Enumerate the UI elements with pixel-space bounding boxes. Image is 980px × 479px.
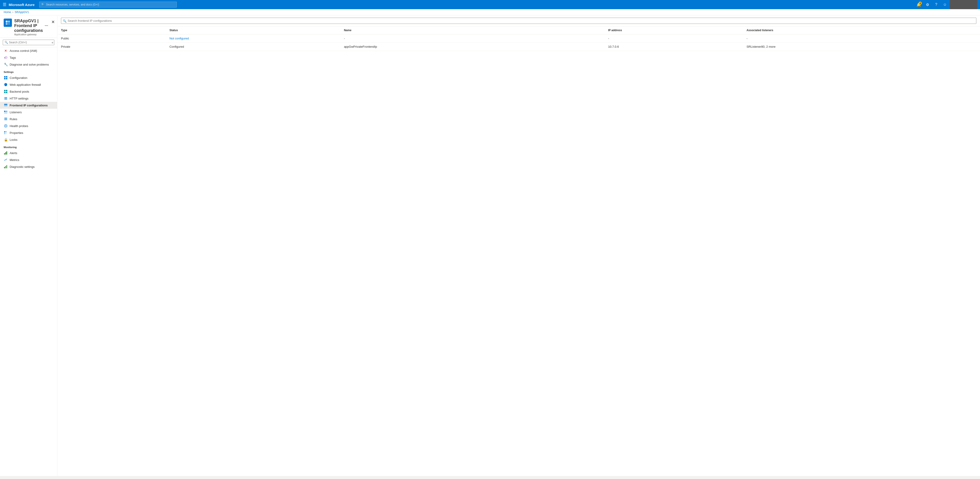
- row1-listeners: -: [743, 34, 980, 43]
- row2-listeners: SRListener80, 2 more: [743, 43, 980, 51]
- sidebar-collapse-button[interactable]: «: [51, 40, 54, 45]
- topbar: ☰ Microsoft Azure 🔍 Search resources, se…: [0, 0, 980, 9]
- global-search[interactable]: 🔍 Search resources, services, and docs (…: [39, 2, 177, 8]
- sidebar-label-http-settings: HTTP settings: [10, 97, 29, 100]
- main-layout: SRAppGV1 | Frontend IP configurations ··…: [0, 15, 980, 476]
- settings-section-label: Settings: [0, 68, 57, 74]
- sidebar-item-metrics[interactable]: Metrics: [0, 156, 57, 163]
- sidebar-item-diagnose[interactable]: 🔧 Diagnose and solve problems: [0, 61, 57, 68]
- properties-icon: [4, 131, 8, 135]
- sidebar-label-properties: Properties: [10, 131, 23, 135]
- svg-rect-30: [4, 134, 5, 134]
- resource-subtitle: Application gateway: [14, 33, 48, 36]
- svg-rect-29: [5, 132, 6, 134]
- sidebar-item-access-control[interactable]: ✕ Access control (IAM): [0, 47, 57, 54]
- svg-rect-16: [4, 105, 7, 106]
- svg-rect-27: [5, 131, 6, 132]
- svg-rect-33: [5, 152, 6, 154]
- content-search-bar: 🔍: [57, 15, 980, 26]
- sidebar-label-waf: Web application firewall: [10, 83, 41, 86]
- svg-rect-36: [5, 166, 6, 168]
- sidebar-item-waf[interactable]: Web application firewall: [0, 81, 57, 88]
- search-placeholder-text: Search resources, services, and docs (G+…: [46, 3, 99, 6]
- col-ip: IP address: [605, 26, 743, 34]
- svg-rect-6: [4, 78, 5, 80]
- resource-ellipsis[interactable]: ···: [45, 23, 48, 28]
- sidebar-label-diagnose: Diagnose and solve problems: [10, 63, 49, 66]
- svg-rect-18: [6, 111, 7, 112]
- sidebar-item-backend-pools[interactable]: Backend pools: [0, 88, 57, 95]
- row2-status: Configured: [166, 43, 340, 51]
- sidebar-label-listeners: Listeners: [10, 110, 22, 114]
- sidebar-label-backend-pools: Backend pools: [10, 90, 29, 93]
- row1-status: Not configured: [166, 34, 340, 43]
- waf-icon: [4, 83, 8, 87]
- alerts-icon: [4, 151, 8, 155]
- svg-rect-32: [4, 153, 5, 154]
- rules-icon: [4, 117, 8, 121]
- col-name: Name: [340, 26, 605, 34]
- sidebar-item-properties[interactable]: Properties: [0, 129, 57, 136]
- sidebar-item-listeners[interactable]: Listeners: [0, 109, 57, 116]
- resource-title: SRAppGV1 | Frontend IP configurations ··…: [14, 19, 48, 33]
- sidebar-item-rules[interactable]: Rules: [0, 116, 57, 123]
- svg-rect-26: [4, 131, 5, 132]
- azure-logo: Microsoft Azure: [9, 3, 35, 6]
- table-row: Public Not configured - - -: [57, 34, 980, 43]
- hamburger-menu[interactable]: ☰: [3, 2, 6, 7]
- sidebar-label-diagnostic-settings: Diagnostic settings: [10, 165, 35, 169]
- svg-rect-3: [8, 23, 10, 25]
- sidebar-item-configuration[interactable]: Configuration: [0, 74, 57, 81]
- sidebar-label-frontend-ip: Frontend IP configurations: [10, 103, 48, 107]
- sidebar-item-diagnostic-settings[interactable]: Diagnostic settings: [0, 163, 57, 170]
- health-probes-icon: [4, 124, 8, 128]
- sidebar-item-locks[interactable]: 🔒 Locks: [0, 136, 57, 143]
- content-search-input[interactable]: [61, 18, 976, 24]
- breadcrumb-home[interactable]: Home: [4, 11, 11, 14]
- svg-rect-31: [5, 134, 6, 134]
- help-icon[interactable]: ?: [932, 1, 940, 8]
- listeners-icon: [4, 110, 8, 114]
- close-button[interactable]: ✕: [51, 19, 56, 25]
- col-type: Type: [57, 26, 166, 34]
- sidebar-label-metrics: Metrics: [10, 158, 19, 162]
- resource-header: SRAppGV1 | Frontend IP configurations ··…: [0, 15, 57, 38]
- sidebar-item-http-settings[interactable]: HTTP settings: [0, 95, 57, 102]
- sidebar-item-tags[interactable]: 🏷 Tags: [0, 54, 57, 61]
- resource-title-block: SRAppGV1 | Frontend IP configurations ··…: [14, 19, 48, 36]
- locks-icon: 🔒: [4, 138, 8, 142]
- col-status: Status: [166, 26, 340, 34]
- monitoring-section-label: Monitoring: [0, 143, 57, 150]
- row2-name: appGwPrivateFrontendIp: [340, 43, 605, 51]
- feedback-icon[interactable]: ☺: [941, 1, 949, 8]
- svg-rect-1: [8, 21, 10, 22]
- settings-icon[interactable]: ⚙: [924, 1, 931, 8]
- sidebar-item-frontend-ip[interactable]: Frontend IP configurations: [0, 102, 57, 109]
- svg-rect-2: [6, 23, 8, 25]
- svg-rect-17: [4, 111, 5, 112]
- svg-rect-5: [6, 76, 7, 78]
- metrics-icon: [4, 158, 8, 162]
- svg-rect-19: [4, 112, 7, 113]
- svg-rect-11: [6, 92, 7, 93]
- resource-title-text: SRAppGV1 | Frontend IP configurations: [14, 19, 43, 33]
- svg-rect-9: [6, 90, 7, 91]
- sidebar-label-health-probes: Health probes: [10, 124, 28, 128]
- svg-rect-0: [6, 21, 8, 22]
- user-avatar[interactable]: [950, 0, 977, 9]
- content-search-wrap: 🔍: [61, 18, 976, 24]
- svg-point-25: [5, 125, 6, 127]
- breadcrumb-resource[interactable]: SRAppGV1: [15, 11, 29, 14]
- row1-ip: -: [605, 34, 743, 43]
- search-icon: 🔍: [41, 3, 45, 6]
- svg-rect-4: [4, 76, 5, 78]
- breadcrumb-separator: ›: [13, 11, 13, 14]
- sidebar-label-tags: Tags: [10, 56, 16, 59]
- notifications-icon[interactable]: 🔔 4: [915, 1, 923, 8]
- sidebar-item-health-probes[interactable]: Health probes: [0, 123, 57, 129]
- sidebar-search-input[interactable]: [3, 40, 54, 45]
- backend-pools-icon: [4, 89, 8, 94]
- sidebar-item-alerts[interactable]: Alerts: [0, 150, 57, 156]
- svg-rect-28: [4, 132, 5, 134]
- svg-rect-15: [4, 104, 7, 105]
